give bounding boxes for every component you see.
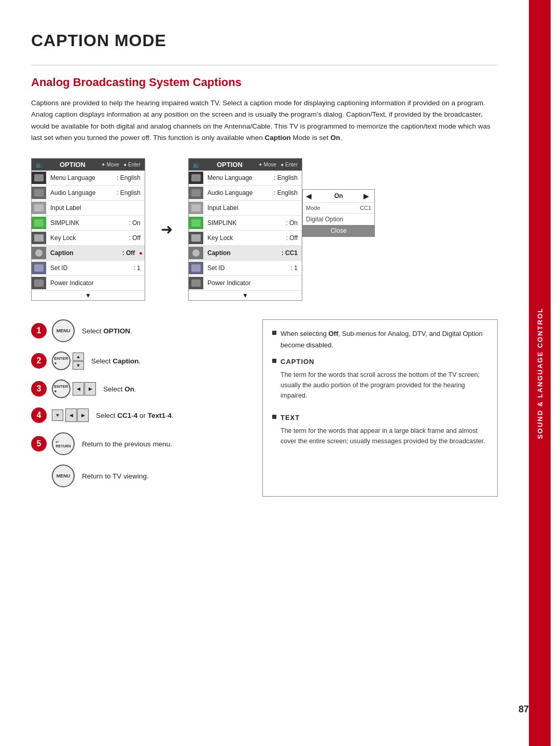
enter-button-3: ENTER● bbox=[52, 379, 71, 398]
menu-header-2: 📺 OPTION ✦ Move ● Enter bbox=[189, 159, 302, 171]
step-final: MENU Return to TV viewing. bbox=[31, 465, 247, 487]
menu1-icon-7 bbox=[32, 277, 46, 289]
page-number: 87 bbox=[519, 704, 529, 715]
menu1-value-3: : On bbox=[129, 219, 145, 227]
steps-container: 1 MENU Select OPTION. 2 ENTER● ▲ ▼ bbox=[31, 319, 498, 497]
menu2-row-6: Set ID : 1 bbox=[189, 261, 302, 276]
menu-box-2-container: 📺 OPTION ✦ Move ● Enter Menu Language : … bbox=[188, 158, 302, 301]
caption-title: CAPTION bbox=[281, 356, 488, 368]
info-bullet-1-text: When selecting Off, Sub-menus for Analog… bbox=[281, 330, 483, 349]
return-button-5: ↩RETURN bbox=[52, 432, 75, 455]
bullet-dot-1 bbox=[272, 331, 276, 335]
popup-mode-value: CC1 bbox=[360, 205, 371, 211]
enter-button-2: ENTER● bbox=[52, 351, 71, 370]
down-arrow-4: ▼ bbox=[52, 410, 63, 421]
body-text: Captions are provided to help the hearin… bbox=[31, 97, 498, 144]
menu2-label-7: Power Indicator bbox=[206, 279, 298, 287]
menu1-row-2: Input Label bbox=[32, 201, 145, 216]
popup-on-value: On bbox=[314, 192, 363, 200]
menu1-icon-4 bbox=[32, 232, 46, 244]
bullet-dot-text bbox=[272, 415, 276, 419]
menu2-icon-0 bbox=[189, 172, 203, 184]
step-4-icons: ▼ ◀ ▶ bbox=[52, 409, 89, 422]
step-2: 2 ENTER● ▲ ▼ Select Caption. bbox=[31, 351, 247, 370]
menu1-label-6: Set ID bbox=[49, 264, 134, 272]
step-1-number: 1 bbox=[31, 323, 47, 339]
nav-arrows-2: ▲ ▼ bbox=[73, 353, 84, 370]
menu-box-2: 📺 OPTION ✦ Move ● Enter Menu Language : … bbox=[188, 158, 302, 301]
menu1-row-6: Set ID : 1 bbox=[32, 261, 145, 276]
step-2-number: 2 bbox=[31, 353, 47, 369]
menu2-hint: ✦ Move ● Enter bbox=[258, 162, 298, 167]
menu1-icon-5 bbox=[32, 247, 46, 259]
menu2-label-1: Audio Language bbox=[206, 189, 274, 196]
menu2-value-1: : English bbox=[274, 189, 302, 196]
step-final-icons: MENU bbox=[52, 465, 75, 487]
menu1-row-7: Power Indicator bbox=[32, 276, 145, 291]
info-text-section: TEXT The term for the words that appear … bbox=[272, 412, 488, 453]
menu1-row-0: Menu Language : English bbox=[32, 171, 145, 186]
menu1-label-5: Caption bbox=[49, 249, 122, 257]
menu1-value-0: : English bbox=[117, 174, 145, 181]
menu2-row-1: Audio Language : English bbox=[189, 186, 302, 201]
step-1-icons: MENU bbox=[52, 319, 75, 342]
menu2-row-4: Key Lock : Off bbox=[189, 231, 302, 246]
side-arrows-4: ◀ ▶ bbox=[65, 409, 89, 422]
menu1-icon-0 bbox=[32, 172, 46, 184]
side-tab-text: Sound & Language Control bbox=[536, 307, 544, 439]
menu1-icon-6 bbox=[32, 262, 46, 274]
menu1-row-5: Caption : Off ● bbox=[32, 246, 145, 261]
menu2-icon-1 bbox=[189, 187, 203, 199]
popup-mode-row: Mode CC1 bbox=[303, 203, 374, 214]
menu2-value-0: : English bbox=[274, 174, 302, 181]
menu2-icon-6 bbox=[189, 262, 203, 274]
step-4-number: 4 bbox=[31, 407, 47, 423]
menu2-value-6: : 1 bbox=[291, 264, 302, 272]
caption-popup: ◀ On ▶ Mode CC1 Digital Option Close bbox=[302, 189, 375, 237]
menu2-title: OPTION bbox=[217, 161, 243, 168]
menu2-label-0: Menu Language bbox=[206, 174, 274, 181]
menu2-label-3: SIMPLINK bbox=[206, 219, 286, 227]
popup-digital-option: Digital Option bbox=[303, 214, 374, 225]
info-bullet-1: When selecting Off, Sub-menus for Analog… bbox=[272, 328, 488, 351]
step-5-icons: ↩RETURN bbox=[52, 432, 75, 455]
menu2-icon-7 bbox=[189, 277, 203, 289]
menu2-value-4: : Off bbox=[286, 234, 302, 242]
menu2-row-0: Menu Language : English bbox=[189, 171, 302, 186]
menu2-icon-5 bbox=[189, 247, 203, 259]
step-2-text: Select Caption. bbox=[91, 357, 141, 365]
text-title: TEXT bbox=[281, 412, 488, 424]
steps-left: 1 MENU Select OPTION. 2 ENTER● ▲ ▼ bbox=[31, 319, 247, 497]
menu2-value-5: : CC1 bbox=[282, 249, 302, 257]
popup-close-button[interactable]: Close bbox=[303, 225, 374, 236]
side-arrows-3: ◀ ▶ bbox=[73, 382, 96, 396]
popup-right-arrow: ▶ bbox=[363, 192, 369, 200]
info-caption-section: CAPTION The term for the words that scro… bbox=[272, 356, 488, 407]
menu1-row-4: Key Lock : Off bbox=[32, 231, 145, 246]
menu1-value-5: : Off bbox=[122, 249, 139, 257]
menu1-value-6: : 1 bbox=[134, 264, 145, 272]
step-1-text: Select OPTION. bbox=[82, 327, 132, 335]
menu-box-1: 📺 OPTION ✦ Move ● Enter Menu Language : … bbox=[31, 158, 145, 301]
menu1-value-1: : English bbox=[117, 189, 145, 196]
step-3-text: Select On. bbox=[103, 385, 136, 393]
menu2-row-2: Input Label bbox=[189, 201, 302, 216]
popup-on-row: ◀ On ▶ bbox=[303, 190, 374, 203]
info-box: When selecting Off, Sub-menus for Analog… bbox=[262, 319, 498, 497]
text-body: The term for the words that appear in a … bbox=[281, 426, 488, 446]
page-title: CAPTION MODE bbox=[31, 31, 498, 50]
menu2-row-7: Power Indicator bbox=[189, 276, 302, 291]
menu1-label-4: Key Lock bbox=[49, 234, 129, 242]
menu1-label-7: Power Indicator bbox=[49, 279, 141, 287]
menu1-down-arrow: ▼ bbox=[32, 291, 145, 300]
side-tab: Sound & Language Control bbox=[529, 0, 551, 746]
step-5-number: 5 bbox=[31, 436, 47, 452]
menu2-row-3: SIMPLINK : On bbox=[189, 216, 302, 231]
menu2-icon-4 bbox=[189, 232, 203, 244]
menu-diagrams: 📺 OPTION ✦ Move ● Enter Menu Language : … bbox=[31, 158, 498, 301]
menu2-row-5: Caption : CC1 bbox=[189, 246, 302, 261]
left-arrow-3: ◀ bbox=[73, 382, 84, 396]
step-3-icons: ENTER● ◀ ▶ bbox=[52, 379, 96, 398]
popup-left-arrow: ◀ bbox=[306, 192, 312, 200]
menu1-label-2: Input Label bbox=[49, 204, 141, 212]
